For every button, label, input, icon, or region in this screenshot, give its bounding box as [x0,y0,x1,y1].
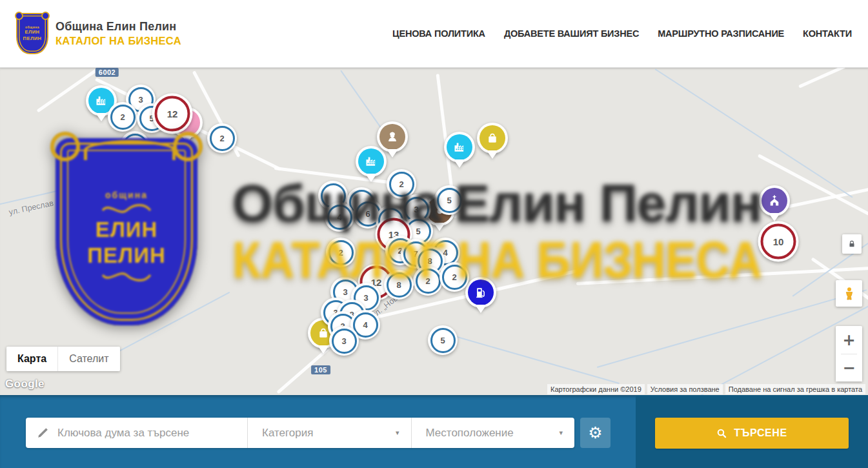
cluster-marker[interactable]: 2 [326,238,356,267]
location-select-value: Местоположение [426,427,514,440]
header: община ЕЛИН ПЕЛИН Община Елин Пелин КАТА… [0,0,868,68]
cluster-count: 5 [440,336,445,345]
cluster-ring: 10 [761,224,796,259]
scroll-lock-control[interactable] [842,234,862,254]
cluster-marker[interactable]: 3 [329,326,359,356]
cluster-ring: 5 [437,188,462,213]
map-pin-church[interactable] [759,185,790,216]
map-attribution: Картографски данни ©2019Условия за ползв… [545,384,865,394]
factory-icon [447,134,472,160]
map-pin-factory[interactable] [444,132,475,163]
cluster-marker[interactable]: 8 [384,270,414,300]
cluster-count: 5 [416,227,420,236]
cluster-ring: 2 [210,126,235,151]
cluster-ring: 2 [123,134,148,159]
cluster-count: 5 [447,196,451,205]
cluster-count: 2 [452,272,456,282]
cluster-marker[interactable]: 2 [120,131,150,161]
cluster-count: 2 [120,112,125,122]
advanced-search-button[interactable]: ⚙ [580,418,611,448]
map-data-copyright: Картографски данни ©2019 [547,384,645,394]
cluster-ring: 4 [327,205,352,230]
cluster-ring: 2 [442,265,467,290]
keyword-search-input[interactable] [56,426,247,440]
chevron-down-icon: ▾ [559,429,563,437]
cluster-count: 6 [365,209,370,219]
category-select-value: Категория [262,427,313,440]
pegman-icon [842,286,857,301]
cluster-marker[interactable]: 12 [152,94,193,134]
map-pin-worker[interactable] [377,121,408,152]
cluster-marker[interactable]: 5 [428,325,458,355]
municipality-crest-logo: община ЕЛИН ПЕЛИН [16,13,48,54]
keyword-field-wrap [26,418,247,448]
cluster-marker[interactable]: 2 [207,123,237,153]
map-pin-bag[interactable] [477,123,508,154]
street-view-pegman-button[interactable] [836,280,862,307]
search-bar: Категория ▾ Местоположение ▾ [26,418,574,448]
chevron-down-icon: ▾ [396,429,399,437]
search-section: ТЪРСЕНЕ Категория ▾ Местоположение ▾ ⚙ [0,395,868,468]
zoom-out-button[interactable]: − [836,354,862,382]
cluster-marker[interactable]: 4 [325,202,354,232]
nav-item-route-schedule[interactable]: МАРШРУТНО РАЗПИСАНИЕ [658,28,784,39]
search-icon [716,428,727,439]
cluster-count: 2 [132,141,137,151]
cluster-count: 4 [337,212,341,222]
map-pin-factory[interactable] [356,146,387,177]
cluster-count: 3 [341,336,346,346]
cluster-count: 10 [773,236,784,247]
search-submit-panel: ТЪРСЕНЕ [636,395,868,468]
cluster-count: 8 [427,256,432,266]
cluster-marker[interactable]: 2 [108,102,137,132]
main-nav: ЦЕНОВА ПОЛИТИКАДОБАВЕТЕ ВАШИЯТ БИЗНЕСМАР… [392,28,868,39]
map-pin-fuel[interactable] [465,277,496,308]
search-button[interactable]: ТЪРСЕНЕ [655,418,849,449]
water-line [113,292,230,355]
brand-title: Община Елин Пелин [56,20,181,34]
nav-item-pricing[interactable]: ЦЕНОВА ПОЛИТИКА [392,28,485,39]
brand-subtitle: КАТАЛОГ НА БИЗНЕСА [56,35,181,47]
report-map-error-link[interactable]: Подаване на сигнал за грешка в картата [725,384,865,394]
map-type-map-button[interactable]: Карта [6,347,57,371]
cluster-marker[interactable]: 2 [413,266,443,296]
cluster-count: 8 [396,280,401,290]
cluster-ring: 2 [110,105,136,130]
cluster-marker[interactable]: 2 [439,262,469,292]
cluster-ring: 2 [328,240,354,265]
map-type-control: Карта Сателит [6,347,120,371]
nav-item-contacts[interactable]: КОНТАКТИ [803,28,852,39]
google-logo[interactable]: Google [5,378,45,391]
category-select[interactable]: Категория ▾ [248,418,411,448]
cluster-count: 2 [425,276,430,286]
pencil-icon [36,426,50,440]
cluster-count: 3 [138,95,143,105]
cluster-count: 3 [414,205,418,214]
cluster-ring: 3 [332,329,357,354]
brand-text: Община Елин Пелин КАТАЛОГ НА БИЗНЕСА [56,20,181,47]
bag-icon [479,125,505,151]
cluster-ring: 2 [416,269,441,294]
cluster-count: 4 [363,320,367,330]
page: община ЕЛИН ПЕЛИН Община Елин Пелин КАТА… [0,0,868,468]
factory-icon [358,148,384,174]
water-line [654,68,853,198]
road-line [798,67,868,88]
zoom-control: + − [836,326,862,382]
terms-of-use-link[interactable]: Условия за ползване [647,384,723,394]
crest-line2: ПЕЛИН [23,36,42,42]
zoom-in-button[interactable]: + [836,327,862,354]
cluster-marker[interactable]: 5 [434,185,464,215]
crest-line1: ЕЛИН [25,30,39,36]
road-line [56,154,114,236]
church-icon [762,188,787,214]
cluster-count: 2 [219,134,224,143]
nav-item-add-business[interactable]: ДОБАВЕТЕ ВАШИЯТ БИЗНЕС [504,28,639,39]
map-type-satellite-button[interactable]: Сателит [57,347,119,371]
gear-icon: ⚙ [588,425,602,441]
cluster-ring: 2 [389,172,414,197]
cluster-marker[interactable]: 10 [758,221,799,262]
lock-icon [847,239,856,249]
location-select[interactable]: Местоположение ▾ [412,418,575,448]
brand-home-link[interactable]: община ЕЛИН ПЕЛИН Община Елин Пелин КАТА… [16,13,181,54]
